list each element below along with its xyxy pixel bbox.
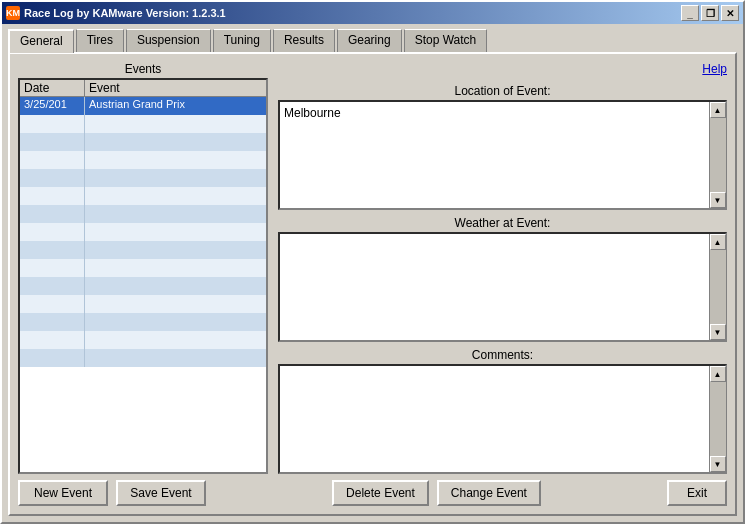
scroll-down-btn[interactable]: ▼ [710, 192, 726, 208]
main-window: KM Race Log by KAMware Version: 1.2.3.1 … [0, 0, 745, 524]
tab-stopwatch[interactable]: Stop Watch [404, 29, 488, 53]
row-event [85, 241, 266, 259]
row-date [20, 295, 85, 313]
events-table[interactable]: Date Event 3/25/201 Austrian Grand Prix [18, 78, 268, 474]
location-label: Location of Event: [278, 84, 727, 98]
scroll-up-btn[interactable]: ▲ [710, 234, 726, 250]
row-event [85, 295, 266, 313]
row-event [85, 331, 266, 349]
tab-tires[interactable]: Tires [76, 29, 124, 53]
tab-general[interactable]: General [8, 29, 74, 53]
events-header: Date Event [20, 80, 266, 97]
table-row[interactable] [20, 349, 266, 367]
minimize-button[interactable]: _ [681, 5, 699, 21]
events-rows[interactable]: 3/25/201 Austrian Grand Prix [20, 97, 266, 467]
comments-textarea[interactable] [280, 366, 709, 472]
scroll-up-btn[interactable]: ▲ [710, 366, 726, 382]
weather-group: Weather at Event: ▲ ▼ [278, 216, 727, 342]
table-row[interactable] [20, 277, 266, 295]
col-header-event: Event [85, 80, 266, 96]
delete-event-button[interactable]: Delete Event [332, 480, 429, 506]
comments-textarea-wrapper: ▲ ▼ [278, 364, 727, 474]
row-date [20, 205, 85, 223]
tab-content-general: Events Date Event 3/25/201 Austrian Gran… [8, 52, 737, 516]
row-date [20, 115, 85, 133]
table-row[interactable] [20, 223, 266, 241]
exit-button[interactable]: Exit [667, 480, 727, 506]
app-icon: KM [6, 6, 20, 20]
location-textarea[interactable]: Melbourne [280, 102, 709, 208]
row-event [85, 259, 266, 277]
left-buttons: New Event Save Event [18, 480, 206, 506]
restore-button[interactable]: ❐ [701, 5, 719, 21]
table-row[interactable]: 3/25/201 Austrian Grand Prix [20, 97, 266, 115]
row-event [85, 133, 266, 151]
events-panel: Events Date Event 3/25/201 Austrian Gran… [18, 62, 268, 474]
tab-gearing[interactable]: Gearing [337, 29, 402, 53]
location-group: Location of Event: Melbourne ▲ ▼ [278, 84, 727, 210]
table-row[interactable] [20, 241, 266, 259]
table-row[interactable] [20, 169, 266, 187]
table-row[interactable] [20, 187, 266, 205]
row-event [85, 115, 266, 133]
table-row[interactable] [20, 115, 266, 133]
table-row[interactable] [20, 259, 266, 277]
location-scrollbar[interactable]: ▲ ▼ [709, 102, 725, 208]
weather-textarea[interactable] [280, 234, 709, 340]
table-row[interactable] [20, 313, 266, 331]
table-row[interactable] [20, 331, 266, 349]
row-event: Austrian Grand Prix [85, 97, 266, 115]
events-label: Events [18, 62, 268, 76]
scroll-track [710, 118, 726, 192]
row-event [85, 205, 266, 223]
new-event-button[interactable]: New Event [18, 480, 108, 506]
row-date [20, 277, 85, 295]
scroll-down-btn[interactable]: ▼ [710, 456, 726, 472]
row-date [20, 133, 85, 151]
tab-tuning[interactable]: Tuning [213, 29, 271, 53]
scroll-up-btn[interactable]: ▲ [710, 102, 726, 118]
bottom-buttons: New Event Save Event Delete Event Change… [18, 480, 727, 506]
row-event [85, 349, 266, 367]
row-date [20, 331, 85, 349]
window-title: Race Log by KAMware Version: 1.2.3.1 [24, 7, 226, 19]
row-date [20, 187, 85, 205]
row-event [85, 169, 266, 187]
middle-buttons: Delete Event Change Event [332, 480, 541, 506]
row-date [20, 151, 85, 169]
save-event-button[interactable]: Save Event [116, 480, 206, 506]
tab-suspension[interactable]: Suspension [126, 29, 211, 53]
right-panel: Help Location of Event: Melbourne ▲ ▼ [278, 62, 727, 474]
row-event [85, 313, 266, 331]
scroll-track [710, 382, 726, 456]
scroll-track [710, 250, 726, 324]
tab-results[interactable]: Results [273, 29, 335, 53]
table-row[interactable] [20, 151, 266, 169]
weather-scrollbar[interactable]: ▲ ▼ [709, 234, 725, 340]
row-date [20, 169, 85, 187]
weather-textarea-wrapper: ▲ ▼ [278, 232, 727, 342]
right-buttons: Exit [667, 480, 727, 506]
scroll-down-btn[interactable]: ▼ [710, 324, 726, 340]
comments-group: Comments: ▲ ▼ [278, 348, 727, 474]
table-row[interactable] [20, 133, 266, 151]
row-event [85, 277, 266, 295]
row-event [85, 187, 266, 205]
tab-bar: General Tires Suspension Tuning Results … [8, 28, 737, 52]
title-bar: KM Race Log by KAMware Version: 1.2.3.1 … [2, 2, 743, 24]
change-event-button[interactable]: Change Event [437, 480, 541, 506]
row-date [20, 349, 85, 367]
row-date [20, 223, 85, 241]
window-body: General Tires Suspension Tuning Results … [2, 24, 743, 522]
table-row[interactable] [20, 205, 266, 223]
comments-label: Comments: [278, 348, 727, 362]
table-row[interactable] [20, 295, 266, 313]
close-button[interactable]: ✕ [721, 5, 739, 21]
row-date [20, 259, 85, 277]
row-date [20, 241, 85, 259]
comments-scrollbar[interactable]: ▲ ▼ [709, 366, 725, 472]
col-header-date: Date [20, 80, 85, 96]
location-textarea-wrapper: Melbourne ▲ ▼ [278, 100, 727, 210]
row-event [85, 151, 266, 169]
help-link[interactable]: Help [278, 62, 727, 76]
